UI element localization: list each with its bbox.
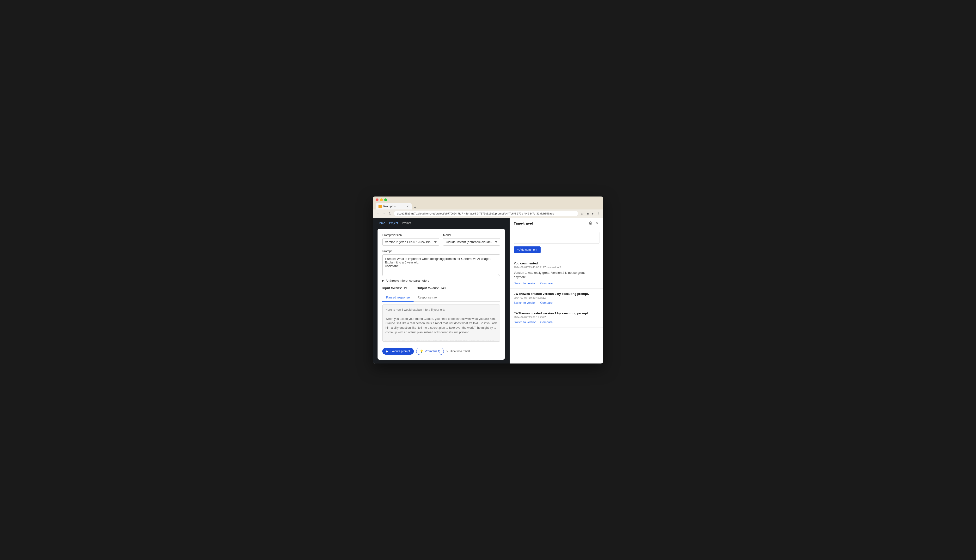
tab-bar: Promptus ✕ + (376, 203, 600, 210)
browser-toolbar: ← → ↻ dpze145z3mz7o.cloudfront.net/proje… (373, 210, 603, 218)
version-select[interactable]: Version 2 (Wed Feb 07 2024 19:39:45 GMT+… (382, 238, 439, 246)
promptus-label: Promptus Q (425, 350, 440, 353)
extensions-button[interactable]: ■ (586, 211, 589, 216)
breadcrumb-home[interactable]: Home (378, 222, 385, 225)
app-body: Home › Project › Prompt Prompt version V… (373, 218, 603, 363)
compare-2-button[interactable]: Compare (540, 320, 552, 324)
active-tab[interactable]: Promptus ✕ (376, 203, 412, 210)
back-button[interactable]: ← (376, 211, 380, 216)
tab-close-button[interactable]: ✕ (406, 205, 409, 208)
hide-time-travel-button[interactable]: ✕ Hide time travel (446, 350, 470, 353)
maximize-window-button[interactable] (384, 198, 387, 201)
browser-window: Promptus ✕ + ← → ↻ dpze145z3mz7o.cloudfr… (373, 197, 603, 363)
hide-icon: ✕ (446, 350, 449, 353)
execute-label: Execute prompt (390, 350, 410, 353)
model-select[interactable]: Claude Instant (anthropic.claude-instant… (443, 238, 500, 246)
bookmark-button[interactable]: ☆ (580, 211, 584, 216)
output-tokens-value: 140 (440, 286, 446, 290)
history-item-1-title: JWThewes created version 2 by executing … (514, 292, 600, 296)
inference-section[interactable]: ▶ Anthropic inference parameters (382, 279, 500, 282)
breadcrumb-current: Prompt (402, 222, 411, 225)
tabs-bar: Parsed response Response raw (382, 294, 500, 302)
history-item-0-time: 2024-02-07T19:40:05.911Z on version 2 (514, 266, 600, 269)
time-travel-panel: Time-travel (510, 218, 603, 363)
history-item-0-actions: Switch to version Compare (514, 282, 600, 285)
toolbar-actions: ☆ ■ ● ⋮ (580, 211, 600, 216)
settings-button[interactable] (588, 221, 593, 225)
response-area: Here is how I would explain it to a 5 ye… (382, 305, 500, 342)
tab-title: Promptus (383, 205, 396, 208)
hide-label: Hide time travel (450, 350, 470, 353)
menu-button[interactable]: ⋮ (596, 211, 600, 216)
history-item-0-body: Version 1 was really great. Version 2 is… (514, 271, 600, 279)
tokens-row: Input tokens: 19 Output tokens: 140 (382, 286, 500, 290)
inference-label: Anthropic inference parameters (386, 279, 429, 282)
tab-favicon-icon (378, 205, 382, 208)
breadcrumb-sep-2: › (399, 222, 400, 225)
switch-to-version-0-button[interactable]: Switch to version (514, 282, 536, 285)
minimize-window-button[interactable] (380, 198, 383, 201)
reload-button[interactable]: ↻ (388, 211, 392, 216)
panel-title: Time-travel (514, 221, 533, 225)
promptus-icon: 💡 (420, 350, 423, 353)
switch-to-version-2-button[interactable]: Switch to version (514, 320, 536, 324)
close-panel-button[interactable] (595, 221, 600, 225)
add-comment-button[interactable]: + Add comment (514, 247, 541, 253)
history-item-2-time: 2024-02-07T19:39:12.252Z (514, 316, 600, 318)
history-items-list: You commented 2024-02-07T19:40:05.911Z o… (510, 256, 603, 363)
tab-response-raw[interactable]: Response raw (414, 294, 441, 302)
form-row-version-model: Prompt version Version 2 (Wed Feb 07 202… (382, 233, 500, 246)
input-tokens-value: 19 (403, 286, 407, 290)
execute-prompt-button[interactable]: ▶ Execute prompt (382, 348, 414, 355)
history-item-1-time: 2024-02-07T19:39:45.551Z (514, 296, 600, 299)
svg-point-0 (590, 223, 591, 223)
url-bar[interactable]: dpze145z3mz7o.cloudfront.net/project/eb7… (394, 211, 578, 216)
inference-arrow-icon: ▶ (382, 279, 384, 282)
history-item-1-actions: Switch to version Compare (514, 301, 600, 305)
close-window-button[interactable] (376, 198, 378, 201)
form-group-version: Prompt version Version 2 (Wed Feb 07 202… (382, 233, 439, 246)
comment-input-area: + Add comment (510, 229, 603, 256)
history-item-2-actions: Switch to version Compare (514, 320, 600, 324)
panel-header: Time-travel (510, 218, 603, 229)
prompt-card: Prompt version Version 2 (Wed Feb 07 202… (378, 229, 505, 360)
history-item-0-title: You commented (514, 262, 600, 265)
new-tab-button[interactable]: + (413, 206, 418, 210)
response-text: Here is how I would explain it to a 5 ye… (386, 308, 497, 342)
prompt-label: Prompt (382, 250, 500, 253)
form-group-prompt: Prompt Human: What is important when des… (382, 250, 500, 276)
profile-button[interactable]: ● (591, 211, 594, 216)
main-content: Home › Project › Prompt Prompt version V… (373, 218, 510, 363)
compare-1-button[interactable]: Compare (540, 301, 552, 305)
input-tokens-label: Input tokens: 19 (382, 286, 407, 290)
promptus-q-button[interactable]: 💡 Promptus Q (416, 348, 444, 355)
history-item-1: JWThewes created version 2 by executing … (510, 288, 603, 308)
browser-chrome: Promptus ✕ + (373, 197, 603, 210)
history-item-0: You commented 2024-02-07T19:40:05.911Z o… (510, 258, 603, 288)
form-group-model: Model Claude Instant (anthropic.claude-i… (443, 233, 500, 246)
breadcrumb-sep-1: › (387, 222, 388, 225)
model-label: Model (443, 233, 500, 237)
history-item-2-title: JWThewes created version 1 by executing … (514, 312, 600, 315)
prompt-textarea[interactable]: Human: What is important when designing … (382, 254, 500, 276)
traffic-lights (376, 198, 600, 201)
breadcrumb-project[interactable]: Project (389, 222, 398, 225)
history-item-2: JWThewes created version 1 by executing … (510, 308, 603, 328)
version-label: Prompt version (382, 233, 439, 237)
url-text: dpze145z3mz7o.cloudfront.net/project/eb7… (397, 212, 554, 215)
resize-handle[interactable]: ⌞ (382, 342, 500, 344)
panel-header-actions (588, 221, 600, 225)
execute-icon: ▶ (386, 350, 388, 353)
forward-button[interactable]: → (382, 211, 386, 216)
compare-0-button[interactable]: Compare (540, 282, 552, 285)
output-tokens-label: Output tokens: 140 (417, 286, 446, 290)
breadcrumb: Home › Project › Prompt (378, 222, 505, 225)
switch-to-version-1-button[interactable]: Switch to version (514, 301, 536, 305)
action-bar: ▶ Execute prompt 💡 Promptus Q ✕ Hide tim… (382, 348, 500, 355)
comment-textarea[interactable] (514, 232, 600, 244)
tab-parsed-response[interactable]: Parsed response (382, 294, 414, 302)
